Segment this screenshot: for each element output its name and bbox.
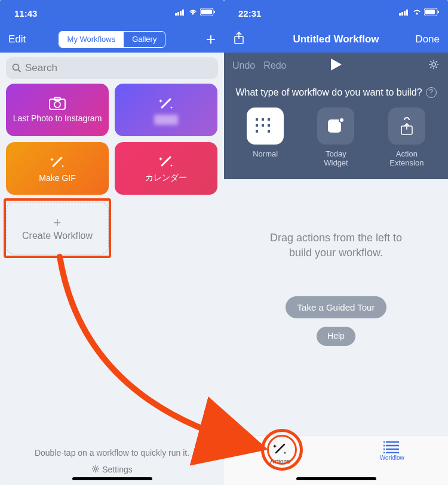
home-indicator bbox=[72, 477, 152, 480]
toolbar: Undo Redo bbox=[224, 53, 448, 79]
search-icon bbox=[12, 63, 22, 73]
play-button[interactable] bbox=[331, 59, 342, 73]
svg-line-8 bbox=[19, 70, 21, 72]
svg-rect-22 bbox=[425, 10, 435, 14]
svg-rect-3 bbox=[182, 10, 184, 16]
home-indicator bbox=[296, 477, 376, 480]
status-bar: 22:31 bbox=[224, 0, 448, 26]
workflow-card[interactable]: Last Photo to Instagram bbox=[6, 84, 109, 136]
share-icon bbox=[234, 32, 244, 45]
add-button[interactable]: + bbox=[206, 31, 216, 48]
search-placeholder: Search bbox=[25, 62, 57, 74]
hint-text: Double-tap on a workflow to quickly run … bbox=[0, 448, 224, 458]
svg-point-47 bbox=[383, 449, 385, 450]
svg-rect-35 bbox=[268, 130, 270, 133]
status-bar: 11:43 bbox=[0, 0, 224, 26]
svg-point-16 bbox=[94, 468, 97, 470]
play-icon bbox=[331, 59, 342, 70]
picker-question: What type of workflow do you want to bui… bbox=[230, 87, 442, 98]
workflow-card[interactable]: カレンダー bbox=[115, 142, 217, 195]
svg-rect-2 bbox=[180, 11, 182, 16]
type-action-extension[interactable]: Action Extension bbox=[377, 108, 437, 167]
svg-line-12 bbox=[162, 99, 170, 108]
battery-icon bbox=[424, 8, 440, 16]
guided-tour-button[interactable]: Take a Guided Tour bbox=[286, 296, 387, 318]
svg-rect-6 bbox=[214, 11, 215, 13]
type-today-widget[interactable]: Today Widget bbox=[306, 108, 366, 167]
wifi-icon bbox=[412, 8, 422, 16]
svg-point-13 bbox=[169, 99, 170, 100]
redo-button[interactable]: Redo bbox=[263, 60, 286, 71]
svg-rect-23 bbox=[438, 11, 439, 13]
workflow-card[interactable]: Make GIF bbox=[6, 142, 109, 195]
signal-icon bbox=[399, 8, 410, 16]
svg-rect-34 bbox=[268, 124, 270, 127]
status-indicators bbox=[175, 8, 216, 16]
tab-gallery[interactable]: Gallery bbox=[124, 32, 165, 47]
svg-point-46 bbox=[383, 445, 385, 447]
svg-line-14 bbox=[53, 158, 62, 166]
type-picker: What type of workflow do you want to bui… bbox=[224, 79, 448, 179]
edit-button[interactable]: Edit bbox=[8, 33, 26, 45]
battery-icon bbox=[200, 8, 216, 16]
svg-point-37 bbox=[339, 118, 344, 122]
svg-line-15 bbox=[162, 157, 170, 165]
camera-icon bbox=[49, 97, 66, 110]
nav-bar: Untitled Workflow Done bbox=[224, 26, 448, 53]
signal-icon bbox=[175, 8, 186, 16]
help-icon[interactable]: ? bbox=[426, 87, 437, 98]
svg-marker-26 bbox=[331, 59, 342, 70]
svg-rect-30 bbox=[256, 130, 258, 133]
svg-rect-32 bbox=[262, 124, 264, 127]
gear-icon bbox=[428, 59, 440, 70]
segmented-control: My Workflows Gallery bbox=[59, 31, 166, 48]
svg-point-48 bbox=[383, 452, 385, 454]
workflow-canvas[interactable]: Drag actions from the left to build your… bbox=[224, 179, 448, 346]
svg-rect-33 bbox=[268, 118, 270, 121]
canvas-hint: Drag actions from the left to build your… bbox=[270, 231, 402, 260]
tab-bar: Actions Workflow bbox=[224, 435, 448, 485]
blurred-label: ████ bbox=[154, 115, 178, 124]
editor-screen: 22:31 Untitled Workflow Done Undo Redo W… bbox=[224, 0, 448, 485]
settings-button[interactable] bbox=[428, 59, 440, 73]
search-input[interactable]: Search bbox=[6, 57, 218, 79]
gear-icon bbox=[91, 465, 100, 473]
workflow-grid: Last Photo to Instagram ████ Make GIF カレ… bbox=[0, 84, 224, 195]
list-icon bbox=[383, 440, 400, 453]
normal-icon bbox=[254, 117, 276, 135]
svg-point-45 bbox=[383, 441, 385, 443]
svg-point-11 bbox=[54, 102, 60, 108]
svg-rect-17 bbox=[399, 13, 401, 16]
svg-rect-18 bbox=[401, 12, 403, 16]
library-screen: 11:43 Edit My Workflows Gallery + Search… bbox=[0, 0, 224, 485]
widget-icon bbox=[326, 116, 346, 136]
undo-button[interactable]: Undo bbox=[232, 60, 255, 71]
status-time: 22:31 bbox=[238, 8, 261, 19]
page-title[interactable]: Untitled Workflow bbox=[293, 33, 379, 45]
extension-icon bbox=[397, 115, 417, 137]
svg-point-27 bbox=[432, 63, 435, 66]
settings-button[interactable]: Settings bbox=[0, 465, 224, 485]
workflow-card[interactable]: ████ bbox=[115, 84, 217, 136]
status-indicators bbox=[399, 8, 440, 16]
nav-bar: Edit My Workflows Gallery + bbox=[0, 26, 224, 53]
svg-rect-29 bbox=[256, 124, 258, 127]
share-button[interactable] bbox=[234, 32, 244, 47]
status-time: 11:43 bbox=[14, 8, 37, 19]
svg-rect-5 bbox=[201, 10, 212, 14]
create-highlight: + Create Workflow bbox=[4, 198, 111, 258]
done-button[interactable]: Done bbox=[415, 33, 440, 45]
tab-my-workflows[interactable]: My Workflows bbox=[59, 32, 124, 47]
wand-icon bbox=[50, 154, 65, 170]
svg-rect-20 bbox=[406, 10, 408, 16]
svg-rect-28 bbox=[256, 118, 258, 121]
svg-rect-0 bbox=[175, 13, 177, 16]
svg-rect-19 bbox=[404, 11, 406, 16]
wand-icon bbox=[158, 154, 174, 169]
svg-rect-31 bbox=[262, 118, 264, 121]
type-normal[interactable]: Normal bbox=[235, 108, 295, 167]
wand-icon bbox=[158, 96, 174, 111]
create-workflow-button[interactable]: + Create Workflow bbox=[6, 202, 109, 254]
help-button[interactable]: Help bbox=[317, 327, 355, 346]
svg-rect-1 bbox=[177, 12, 179, 16]
